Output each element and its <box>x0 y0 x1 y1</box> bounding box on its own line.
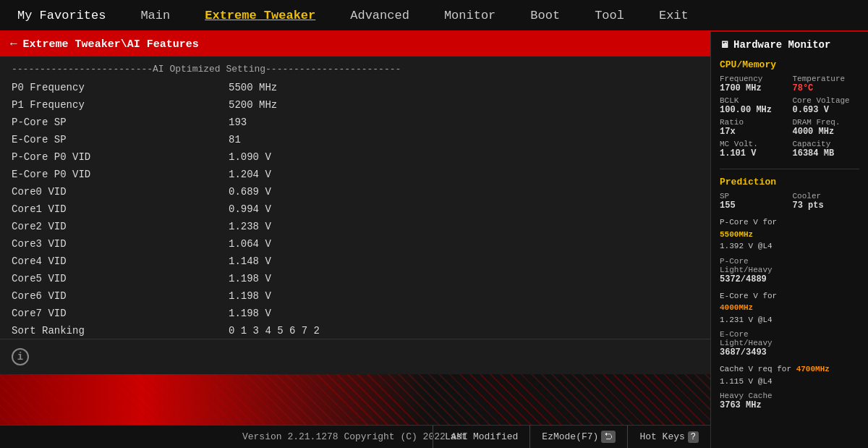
list-item[interactable]: E-Core SP 81 <box>0 131 710 148</box>
hot-keys-label: Hot Keys <box>639 431 684 442</box>
list-item[interactable]: Sort Ranking 0 1 3 4 5 6 7 2 <box>0 322 710 339</box>
setting-value: 1.238 V <box>229 221 271 232</box>
ai-divider: -------------------------AI Optimized Se… <box>0 59 710 79</box>
stat-bclk-value: 100.00 MHz <box>720 105 787 115</box>
list-item[interactable]: Core5 VID 1.198 V <box>0 270 710 287</box>
hot-keys-button[interactable]: Hot Keys ? <box>627 426 710 448</box>
ez-mode-button[interactable]: EzMode(F7) ⮌ <box>529 426 627 448</box>
pred-pcore-lh-grid: P-Core Light/Heavy 5372/4889 <box>720 257 859 284</box>
pred-ecore-lh: E-Core Light/Heavy 3687/3493 <box>720 330 787 358</box>
pred-sp-label: SP <box>720 192 787 200</box>
settings-list: -------------------------AI Optimized Se… <box>0 56 710 339</box>
pred-heavy-cache-grid: Heavy Cache 3763 MHz <box>720 392 859 410</box>
setting-label: Core4 VID <box>12 255 229 267</box>
bottom-bar: Version 2.21.1278 Copyright (C) 2022 AMI… <box>0 425 710 448</box>
list-item[interactable]: Core4 VID 1.148 V <box>0 253 710 270</box>
pred-pcore-v-freq: 5500MHz <box>720 230 753 239</box>
setting-label: Core0 VID <box>12 186 229 198</box>
breadcrumb-text: Extreme Tweaker\AI Features <box>23 38 199 51</box>
stat-core-voltage: Core Voltage 0.693 V <box>793 96 860 115</box>
breadcrumb: ← Extreme Tweaker\AI Features <box>0 32 710 56</box>
cpu-memory-section-title: CPU/Memory <box>720 59 859 70</box>
pred-ecore-lh-val: 3687/3493 <box>720 347 787 358</box>
hot-keys-badge: ? <box>688 431 699 443</box>
setting-label: Core7 VID <box>12 308 229 319</box>
setting-label: P0 Frequency <box>12 82 229 93</box>
nav-monitor[interactable]: Monitor <box>427 0 513 30</box>
list-item[interactable]: P-Core P0 VID 1.090 V <box>0 148 710 166</box>
list-item[interactable]: Core1 VID 0.994 V <box>0 200 710 218</box>
nav-advanced[interactable]: Advanced <box>333 0 427 30</box>
stat-temperature-value: 78°C <box>793 83 860 93</box>
setting-value: 1.204 V <box>229 169 271 180</box>
back-arrow-icon[interactable]: ← <box>10 38 17 51</box>
info-section: i <box>0 339 710 374</box>
nav-my-favorites[interactable]: My Favorites <box>0 0 123 30</box>
list-item[interactable]: P1 Frequency 5200 MHz <box>0 96 710 114</box>
stat-mc-volt-label: MC Volt. <box>720 140 787 148</box>
pred-pcore-v-val: 1.392 V @L4 <box>720 242 773 250</box>
pred-ecore-v: E-Core V for 4000MHz 1.231 V @L4 <box>720 290 859 326</box>
pred-cache-v-val: 1.115 V @L4 <box>720 377 773 386</box>
main-area: ← Extreme Tweaker\AI Features ----------… <box>0 32 868 448</box>
last-modified-button[interactable]: Last Modified <box>433 426 529 448</box>
stat-ratio-label: Ratio <box>720 118 787 127</box>
last-modified-label: Last Modified <box>445 431 518 442</box>
nav-tool[interactable]: Tool <box>577 0 642 30</box>
setting-label: Core6 VID <box>12 290 229 302</box>
stat-core-voltage-label: Core Voltage <box>793 96 860 105</box>
list-item[interactable]: Core2 VID 1.238 V <box>0 218 710 235</box>
hardware-monitor-label: Hardware Monitor <box>733 39 830 51</box>
stat-capacity-label: Capacity <box>793 140 860 148</box>
pred-pcore-lh: P-Core Light/Heavy 5372/4889 <box>720 257 787 284</box>
stat-ratio: Ratio 17x <box>720 118 787 137</box>
list-item[interactable]: Core6 VID 1.198 V <box>0 287 710 305</box>
top-nav: My Favorites Main Extreme Tweaker Advanc… <box>0 0 868 32</box>
left-panel: ← Extreme Tweaker\AI Features ----------… <box>0 32 710 448</box>
setting-label: E-Core SP <box>12 134 229 145</box>
list-item[interactable]: P0 Frequency 5500 MHz <box>0 79 710 96</box>
setting-label: E-Core P0 VID <box>12 169 229 180</box>
setting-value: 0.689 V <box>229 186 271 198</box>
ez-mode-label: EzMode(F7) <box>542 431 598 442</box>
setting-value: 5200 MHz <box>229 99 277 111</box>
stat-mc-volt-value: 1.101 V <box>720 148 787 159</box>
list-item[interactable]: Core7 VID 1.198 V <box>0 305 710 322</box>
setting-value: 81 <box>229 134 241 145</box>
stat-dram-freq-value: 4000 MHz <box>793 127 860 137</box>
setting-label: P1 Frequency <box>12 99 229 111</box>
cpu-stats-grid: Frequency 1700 MHz Temperature 78°C BCLK… <box>720 75 859 159</box>
nav-exit[interactable]: Exit <box>642 0 706 30</box>
pred-ecore-lh-label: E-Core Light/Heavy <box>720 330 787 347</box>
setting-label: Sort Ranking <box>12 325 229 337</box>
pred-cooler: Cooler 73 pts <box>793 192 860 211</box>
divider <box>720 169 859 169</box>
list-item[interactable]: Core3 VID 1.064 V <box>0 235 710 253</box>
pred-ecore-v-val: 1.231 V @L4 <box>720 316 773 324</box>
list-item[interactable]: P-Core SP 193 <box>0 114 710 131</box>
stat-frequency: Frequency 1700 MHz <box>720 75 787 93</box>
setting-label: Core2 VID <box>12 221 229 232</box>
pred-ecore-v-freq: 4000MHz <box>720 303 753 312</box>
setting-label: Core1 VID <box>12 203 229 215</box>
setting-value: 193 <box>229 117 247 128</box>
nav-extreme-tweaker[interactable]: Extreme Tweaker <box>187 0 333 30</box>
list-item[interactable]: Core0 VID 0.689 V <box>0 183 710 200</box>
setting-value: 1.090 V <box>229 151 271 163</box>
monitor-icon: 🖥 <box>720 40 729 51</box>
list-item[interactable]: E-Core P0 VID 1.204 V <box>0 166 710 183</box>
pred-sp: SP 155 <box>720 192 787 211</box>
nav-boot[interactable]: Boot <box>513 0 577 30</box>
ez-mode-badge: ⮌ <box>601 431 616 443</box>
setting-label: Core3 VID <box>12 238 229 250</box>
pred-heavy-cache: Heavy Cache 3763 MHz <box>720 392 787 410</box>
setting-label: P-Core P0 VID <box>12 151 229 163</box>
prediction-title: Prediction <box>720 177 859 187</box>
pred-cooler-value: 73 pts <box>793 200 860 211</box>
footer-decoration <box>0 374 710 425</box>
stat-dram-freq: DRAM Freq. 4000 MHz <box>793 118 860 137</box>
nav-main[interactable]: Main <box>123 0 187 30</box>
pred-cache-v: Cache V req for 4700MHz 1.115 V @L4 <box>720 363 859 387</box>
setting-label: Core5 VID <box>12 273 229 284</box>
setting-value: 1.198 V <box>229 308 271 319</box>
